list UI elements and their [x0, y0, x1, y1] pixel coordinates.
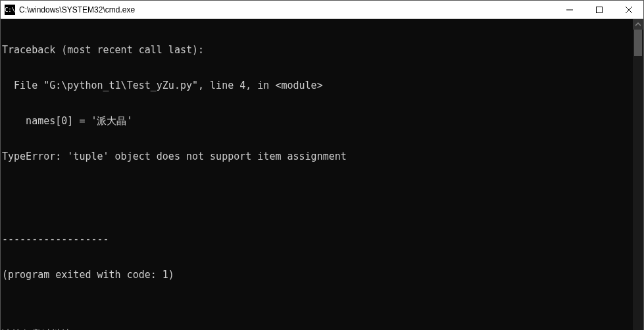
console-line: File "G:\python_t1\Test_yZu.py", line 4,… — [2, 80, 633, 91]
scroll-thumb[interactable] — [634, 30, 642, 56]
console-line: names[0] = '派大晶' — [2, 115, 633, 127]
console-line: ------------------ — [2, 233, 633, 245]
console-area: Traceback (most recent call last): File … — [1, 19, 643, 330]
chevron-up-icon — [635, 22, 641, 27]
minimize-icon — [566, 7, 573, 13]
scroll-up-button[interactable] — [633, 19, 643, 30]
console-line: Traceback (most recent call last): — [2, 44, 633, 56]
console-line: (program exited with code: 1) — [2, 269, 633, 281]
console-line: TypeError: 'tuple' object does not suppo… — [2, 151, 633, 162]
maximize-icon — [596, 7, 603, 13]
svg-rect-1 — [596, 7, 602, 12]
scroll-track[interactable] — [633, 30, 643, 330]
maximize-button[interactable] — [584, 1, 614, 18]
close-button[interactable] — [614, 1, 643, 18]
minimize-button[interactable] — [555, 1, 584, 18]
titlebar[interactable]: C:\ C:\windows\SYSTEM32\cmd.exe — [1, 1, 643, 19]
vertical-scrollbar[interactable] — [633, 19, 643, 330]
cmd-window: C:\ C:\windows\SYSTEM32\cmd.exe Tracebac… — [0, 0, 644, 330]
window-controls — [555, 1, 643, 18]
window-title: C:\windows\SYSTEM32\cmd.exe — [19, 5, 555, 14]
cmd-icon: C:\ — [5, 5, 15, 15]
console-output[interactable]: Traceback (most recent call last): File … — [1, 19, 633, 330]
close-icon — [626, 7, 632, 13]
